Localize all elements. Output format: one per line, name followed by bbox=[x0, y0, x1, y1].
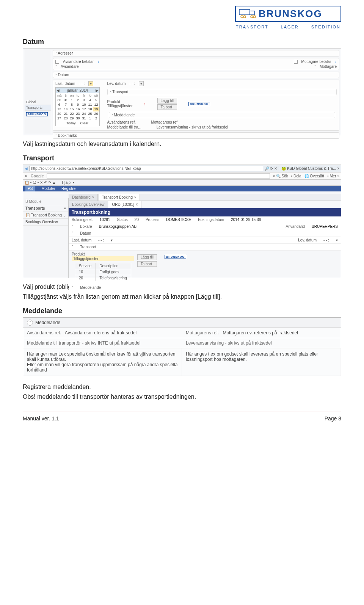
ribbon-registre[interactable]: Registre bbox=[61, 187, 75, 191]
footer-version: Manual ver. 1.1 bbox=[23, 415, 59, 422]
panel-adresser[interactable]: Adresser bbox=[58, 51, 73, 55]
medd-till-label: Meddelande till tra... bbox=[107, 125, 141, 129]
calendar-month: januari 2014 bbox=[67, 88, 88, 92]
url-bar[interactable]: http://solutions.ksdsoftware.net/Express… bbox=[29, 166, 263, 171]
logo-sub-1: TRANSPORT bbox=[236, 25, 268, 29]
logo-text: BRUNSKOG bbox=[259, 8, 322, 20]
tab-dashboard[interactable]: Dashboard× bbox=[69, 194, 98, 201]
footer-page: Page 8 bbox=[325, 415, 341, 422]
avsandare-betalar-label: Avsändare betalar bbox=[63, 60, 94, 64]
mot-ref-value[interactable]: Mottagaren ev. referens på fraktsedel bbox=[223, 330, 298, 335]
right-col-header: Leveransanvisning - skrivs ut på fraktse… bbox=[182, 338, 341, 348]
avs-ref-label-1: Avsändarens ref. bbox=[107, 120, 136, 124]
brand-logo: BRUNSKOG TRANSPORT LAGER SPEDITION bbox=[235, 6, 341, 29]
side-global[interactable]: Global bbox=[25, 99, 51, 105]
side-bmodule: B Module bbox=[23, 198, 68, 205]
right-col-body[interactable]: Här anges t.ex om godset skall levereras… bbox=[182, 348, 341, 376]
produkt-label: Produkt bbox=[107, 100, 133, 104]
left-col-header: Meddelande till transportör - skrivs INT… bbox=[23, 338, 182, 348]
heading-meddelande: Meddelande bbox=[23, 307, 341, 315]
truck-icon bbox=[239, 9, 256, 19]
lev-anv-label: Leveransanvisning - skrivs ut på fraktse… bbox=[157, 125, 228, 129]
avsandare-drop[interactable]: Avsändare bbox=[61, 64, 79, 69]
tillagg-label: Tilläggstjänster bbox=[107, 104, 133, 108]
last-datum-label: Last. datum bbox=[55, 82, 75, 86]
panel-bookmarks[interactable]: Bookmarks bbox=[58, 133, 77, 138]
text-datum-body: Välj lastningsdatum och leveransdatum i … bbox=[23, 141, 341, 147]
svg-point-4 bbox=[251, 16, 253, 18]
lev-datum-label: Lev. datum bbox=[107, 82, 126, 86]
panel-meddelande-1[interactable]: Meddelande bbox=[114, 113, 135, 117]
svg-rect-0 bbox=[239, 9, 250, 15]
lagg-till-button-1[interactable]: Lägg till bbox=[157, 98, 177, 103]
avs-ref-value[interactable]: Avsändaresn referens på fraktsedel bbox=[65, 330, 136, 335]
ta-bort-button-1[interactable]: Ta bort bbox=[157, 104, 177, 110]
heading-transport: Transport bbox=[23, 154, 341, 162]
help-menu[interactable]: Hjälp bbox=[62, 180, 71, 185]
text-registrera: Registrera meddelanden. bbox=[23, 384, 341, 390]
ribbon-ps[interactable]: PS bbox=[25, 186, 35, 191]
side-transports[interactable]: Transports bbox=[25, 105, 51, 111]
nav-back-icon[interactable]: ◀ bbox=[25, 166, 28, 171]
lagg-till-button-2[interactable]: Lägg till bbox=[137, 254, 157, 260]
text-obs: Obs! meddelande till transportör hantera… bbox=[23, 393, 341, 400]
logo-sub-3: SPEDITION bbox=[311, 25, 340, 29]
calendar-trigger[interactable]: ▾ bbox=[88, 81, 93, 86]
side-bookings-overview[interactable]: Bookings Overview bbox=[23, 219, 68, 226]
calendar-clear[interactable]: Clear bbox=[80, 121, 89, 125]
logo-sub-2: LAGER bbox=[281, 25, 299, 29]
calendar-days-row: måtiontofrlösö bbox=[56, 93, 99, 98]
calendar-popup[interactable]: ◀januari 2014▶ måtiontofrlösö 303112345 … bbox=[55, 87, 100, 126]
mini-logo-2: BRUNSKOG bbox=[165, 255, 186, 259]
mottagare-betalar-check[interactable] bbox=[294, 60, 298, 64]
screenshot-transport: ◀ http://solutions.ksdsoftware.net/Expre… bbox=[23, 165, 341, 278]
side-mini-logo: BRUNSKOG bbox=[26, 112, 48, 116]
svg-point-3 bbox=[243, 16, 246, 18]
heading-datum: Datum bbox=[23, 38, 341, 46]
svg-point-2 bbox=[241, 16, 243, 18]
svg-rect-1 bbox=[250, 11, 254, 15]
svg-point-5 bbox=[253, 16, 256, 18]
table-row: 10Farligt gods bbox=[75, 269, 131, 275]
tillagg-input[interactable]: Tilläggstjänster bbox=[72, 256, 134, 261]
panel-datum[interactable]: Datum bbox=[58, 73, 69, 77]
table-row: 20Telefonavisering bbox=[75, 275, 131, 281]
mot-ref-label: Mottagarens ref. bbox=[186, 330, 219, 335]
text-transport-2: Tilläggstjänst väljs från listan genom a… bbox=[23, 293, 341, 300]
mot-ref-label-1: Mottagarens ref. bbox=[151, 120, 179, 124]
google-search-input[interactable] bbox=[47, 173, 270, 179]
browser-tab[interactable]: KSD Global Customs & Tra... bbox=[287, 166, 336, 171]
screenshot-datum: Global Transports BRUNSKOG ˄ Adresser Av… bbox=[23, 48, 341, 135]
subtab-ord[interactable]: ORD [10281]× bbox=[109, 201, 141, 208]
bluebar-title: Transportbokning bbox=[69, 208, 341, 216]
google-label: Google bbox=[31, 174, 44, 178]
mini-logo-1: BRUNSKOG bbox=[188, 102, 210, 106]
collapse-icon[interactable]: ˄ bbox=[27, 320, 33, 326]
avs-ref-label: Avsändarens ref. bbox=[27, 330, 61, 335]
service-table[interactable]: ServiceDescription 10Farligt gods 20Tele… bbox=[75, 263, 131, 281]
mottagare-betalar-label: Mottagare betalar bbox=[301, 60, 331, 64]
meddelande-panel-title: Meddelande bbox=[35, 320, 60, 325]
calendar-today[interactable]: Today bbox=[67, 121, 76, 125]
screenshot-meddelande: ˄ Meddelande Avsändarens ref. Avsändares… bbox=[23, 317, 341, 376]
side-transports-2[interactable]: Transports« bbox=[23, 205, 68, 212]
subtab-bookings-overview[interactable]: Bookings Overview bbox=[69, 201, 108, 208]
left-col-body[interactable]: Här anger man t.ex speciella önskemål el… bbox=[23, 348, 182, 376]
ribbon-moduler[interactable]: Moduler bbox=[41, 187, 55, 191]
panel-transport-1[interactable]: Transport bbox=[112, 90, 128, 94]
tab-transport-booking[interactable]: Transport Booking× bbox=[99, 194, 140, 201]
side-transport-booking[interactable]: 📋 Transport Booking ⌄ bbox=[23, 212, 68, 219]
mottagare-drop[interactable]: Mottagare bbox=[320, 64, 337, 69]
ta-bort-button-2[interactable]: Ta bort bbox=[137, 261, 157, 267]
avsandare-betalar-check[interactable] bbox=[55, 60, 59, 64]
